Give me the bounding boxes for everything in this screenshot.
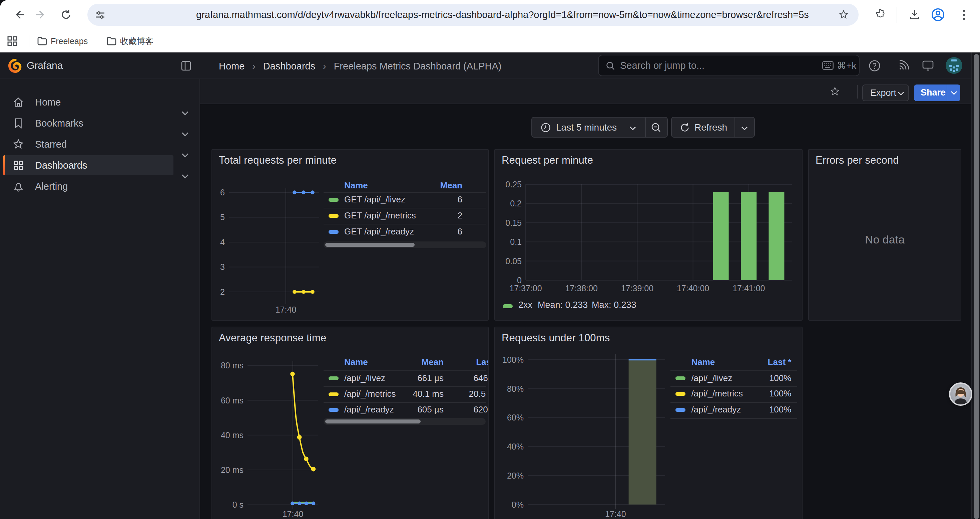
- legend-row: 2xxMean: 0.233Max: 0.233: [503, 302, 796, 315]
- reload-icon[interactable]: [60, 9, 72, 21]
- sidebar-item-dashboards[interactable]: Dashboards: [3, 155, 173, 175]
- bookmark-star-icon[interactable]: [838, 9, 849, 21]
- panel-average-response-time[interactable]: Average response time 80 ms60 ms40 ms20 …: [212, 327, 488, 519]
- share-button[interactable]: Share: [914, 85, 960, 101]
- svg-text:17:40:00: 17:40:00: [677, 284, 709, 293]
- export-button[interactable]: Export: [862, 85, 909, 101]
- download-icon[interactable]: [908, 9, 921, 21]
- legend-swatch: [329, 214, 339, 218]
- legend-swatch: [675, 408, 686, 412]
- address-bar[interactable]: grafana.mathmast.com/d/deytv4rwavabkb/fr…: [88, 4, 859, 26]
- refresh-button[interactable]: Refresh: [671, 117, 755, 137]
- refresh-label: Refresh: [694, 122, 727, 133]
- legend-col-header[interactable]: Mean: [382, 180, 462, 191]
- svg-text:0 s: 0 s: [232, 500, 243, 509]
- profile-icon[interactable]: [931, 7, 945, 22]
- browser-toolbar: grafana.mathmast.com/d/deytv4rwavabkb/fr…: [0, 0, 980, 30]
- breadcrumb-current: Freeleaps Metrics Dashboard (ALPHA): [334, 61, 502, 72]
- grafana-logo[interactable]: [8, 58, 23, 73]
- apps-grid-icon[interactable]: [7, 36, 18, 46]
- url-text[interactable]: grafana.mathmast.com/d/deytv4rwavabkb/fr…: [196, 4, 809, 26]
- search-icon: [605, 61, 616, 71]
- subheader-divider: [857, 85, 858, 99]
- legend-value: 100%: [711, 404, 791, 415]
- svg-text:17:41:00: 17:41:00: [732, 284, 765, 293]
- share-menu-chevron[interactable]: [951, 91, 957, 95]
- svg-text:17:40: 17:40: [275, 305, 296, 314]
- search-input[interactable]: Search or jump to... ⌘+k: [598, 55, 859, 76]
- svg-text:0.1: 0.1: [510, 237, 522, 246]
- brand-name: Grafana: [27, 60, 63, 71]
- panel-errors-per-second[interactable]: Errors per second No data: [808, 149, 961, 321]
- menu-kebab-icon[interactable]: [959, 9, 969, 21]
- legend-swatch: [503, 304, 513, 308]
- grafana-header: Grafana Home › Dashboards › Freeleaps Me…: [0, 53, 971, 79]
- collapse-sidebar-icon[interactable]: [181, 61, 191, 71]
- legend-swatch: [329, 376, 339, 380]
- svg-text:17:39:00: 17:39:00: [621, 284, 654, 293]
- panel-total-requests-per-minute[interactable]: Total requests per minute 6543217:40 Nam…: [212, 149, 488, 321]
- assistant-avatar[interactable]: [949, 382, 972, 406]
- rss-icon[interactable]: [898, 60, 909, 71]
- legend-table: NameLast */api/_/livez100%/api/_/metrics…: [670, 327, 797, 434]
- extensions-icon[interactable]: [875, 9, 886, 21]
- chevron-down-icon[interactable]: [181, 110, 189, 116]
- svg-text:17:38:00: 17:38:00: [565, 284, 598, 293]
- chevron-down-icon[interactable]: [181, 132, 189, 137]
- bookmarks-divider: [29, 35, 29, 48]
- breadcrumb-dashboards[interactable]: Dashboards: [263, 61, 315, 72]
- legend-table: NameMeanGET /api/_/livez6GET /api/_/metr…: [323, 150, 486, 257]
- help-icon[interactable]: [869, 60, 881, 72]
- zoom-out-icon[interactable]: [651, 122, 662, 133]
- breadcrumb-home[interactable]: Home: [219, 61, 245, 72]
- legend-scrollbar[interactable]: [323, 241, 486, 248]
- legend-swatch: [329, 393, 339, 396]
- chevron-down-icon[interactable]: [181, 174, 189, 179]
- no-data-label: No data: [809, 233, 961, 246]
- panel-requests-under-100ms[interactable]: Requests under 100ms 100%80%60%40%20%0%1…: [494, 327, 803, 519]
- back-icon[interactable]: [13, 9, 25, 21]
- panel-request-per-minute[interactable]: Request per minute 0.250.20.150.10.05017…: [494, 149, 803, 321]
- sidebar-item-home[interactable]: Home: [3, 92, 173, 112]
- legend-col-header[interactable]: Last *: [711, 357, 791, 367]
- page-scrollbar[interactable]: [971, 53, 980, 519]
- svg-text:0.2: 0.2: [510, 199, 522, 208]
- sidebar-item-alerting[interactable]: Alerting: [3, 176, 173, 196]
- legend-swatch: [675, 376, 686, 380]
- refresh-interval-chevron[interactable]: [741, 126, 748, 131]
- svg-text:60%: 60%: [507, 413, 524, 422]
- refresh-icon: [680, 123, 690, 133]
- legend-value: 100%: [711, 388, 791, 399]
- monitor-icon[interactable]: [922, 60, 934, 72]
- svg-text:4: 4: [220, 238, 225, 247]
- user-avatar[interactable]: [946, 57, 963, 74]
- favorite-star-icon[interactable]: [829, 86, 841, 97]
- legend-value: 100%: [711, 373, 791, 383]
- legend-swatch: [675, 392, 686, 396]
- svg-text:5: 5: [220, 212, 225, 222]
- bookmark-label: Freeleaps: [51, 30, 88, 53]
- legend-col-header[interactable]: Last *: [420, 357, 488, 367]
- legend-value: 2: [382, 211, 462, 221]
- legend-col-header[interactable]: Name: [344, 180, 368, 191]
- site-settings-icon[interactable]: [95, 10, 105, 21]
- grafana-app: Grafana Home › Dashboards › Freeleaps Me…: [0, 53, 980, 519]
- chevron-down-icon[interactable]: [181, 153, 189, 158]
- svg-text:17:37:00: 17:37:00: [509, 284, 542, 293]
- legend-label[interactable]: 2xx: [519, 300, 532, 310]
- legend-value: 20.5 ms: [420, 389, 488, 399]
- search-shortcut: ⌘+k: [837, 60, 856, 71]
- svg-text:3: 3: [220, 262, 225, 271]
- sidebar-item-bookmarks[interactable]: Bookmarks: [3, 113, 173, 133]
- svg-text:0.15: 0.15: [505, 218, 522, 227]
- sidebar-item-starred[interactable]: Starred: [3, 134, 173, 154]
- legend-scrollbar[interactable]: [323, 418, 486, 425]
- panel-title[interactable]: Errors per second: [816, 154, 899, 166]
- svg-text:40 ms: 40 ms: [221, 431, 243, 440]
- time-range-picker[interactable]: Last 5 minutes: [531, 117, 668, 137]
- svg-text:20%: 20%: [507, 471, 524, 480]
- forward-icon[interactable]: [35, 9, 47, 21]
- scrollbar-thumb[interactable]: [974, 54, 979, 519]
- svg-text:17:40: 17:40: [283, 509, 304, 519]
- svg-text:80%: 80%: [507, 384, 524, 393]
